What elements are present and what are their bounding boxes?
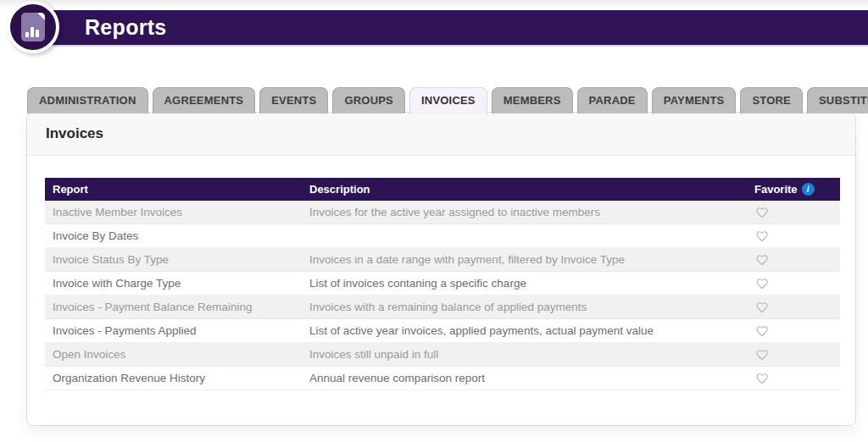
favorite-heart-icon[interactable] bbox=[754, 206, 770, 219]
report-name-cell[interactable]: Invoice with Charge Type bbox=[45, 277, 309, 290]
tab-members[interactable]: MEMBERS bbox=[492, 87, 573, 113]
table-row: Invoices - Payment Balance RemainingInvo… bbox=[45, 296, 840, 319]
report-description-cell: List of invoices contaning a specific ch… bbox=[309, 277, 745, 290]
info-icon[interactable]: i bbox=[802, 183, 815, 196]
favorite-heart-icon[interactable] bbox=[754, 372, 770, 385]
reports-badge bbox=[7, 1, 59, 53]
table-row: Invoice By Dates bbox=[45, 224, 840, 248]
tab-parade[interactable]: PARADE bbox=[577, 87, 648, 113]
report-name-cell[interactable]: Invoices - Payments Applied bbox=[45, 324, 309, 337]
report-document-icon bbox=[21, 13, 45, 41]
page-header: Reports bbox=[48, 10, 868, 45]
favorite-heart-icon[interactable] bbox=[754, 229, 770, 243]
favorite-heart-icon[interactable] bbox=[754, 277, 770, 290]
favorite-heart-icon[interactable] bbox=[754, 301, 770, 314]
column-header-description: Description bbox=[309, 183, 745, 196]
table-row: Organization Revenue HistoryAnnual reven… bbox=[45, 367, 840, 390]
page-title: Reports bbox=[85, 15, 167, 40]
tab-bar: ADMINISTRATIONAGREEMENTSEVENTSGROUPSINVO… bbox=[27, 87, 868, 113]
tab-store[interactable]: STORE bbox=[740, 87, 803, 113]
report-description-cell: Invoices in a date range with payment, f… bbox=[309, 253, 745, 266]
table-header-row: Report Description Favorite i bbox=[45, 178, 840, 201]
tab-events[interactable]: EVENTS bbox=[259, 87, 328, 113]
report-description-cell: List of active year invoices, applied pa… bbox=[309, 324, 745, 337]
favorite-header-label: Favorite bbox=[754, 183, 798, 196]
report-description-cell: Invoices for the active year assigned to… bbox=[309, 206, 745, 218]
favorite-heart-icon[interactable] bbox=[754, 348, 770, 362]
tab-administration[interactable]: ADMINISTRATION bbox=[27, 87, 148, 113]
column-header-report: Report bbox=[45, 183, 309, 196]
folded-corner bbox=[37, 13, 45, 20]
report-name-cell[interactable]: Invoice By Dates bbox=[45, 229, 309, 242]
reports-table: Report Description Favorite i Inactive M… bbox=[45, 178, 840, 390]
tab-substitutes[interactable]: SUBSTITUTES bbox=[807, 87, 868, 113]
report-description-cell: Invoices still unpaid in full bbox=[309, 348, 745, 361]
tab-groups[interactable]: GROUPS bbox=[332, 87, 405, 113]
report-name-cell[interactable]: Invoice Status By Type bbox=[45, 253, 309, 266]
column-header-favorite: Favorite i bbox=[745, 183, 840, 196]
report-name-cell[interactable]: Organization Revenue History bbox=[45, 372, 309, 384]
favorite-heart-icon[interactable] bbox=[754, 253, 770, 267]
bar-chart-glyph bbox=[25, 27, 39, 37]
report-name-cell[interactable]: Invoices - Payment Balance Remaining bbox=[45, 301, 309, 313]
table-row: Invoices - Payments AppliedList of activ… bbox=[45, 319, 840, 343]
table-row: Invoice with Charge TypeList of invoices… bbox=[45, 272, 840, 296]
panel-body: Report Description Favorite i Inactive M… bbox=[27, 156, 855, 390]
report-description-cell: Annual revenue comparison report bbox=[309, 372, 745, 384]
invoices-panel: Invoices Report Description Favorite i I… bbox=[26, 112, 856, 426]
panel-title: Invoices bbox=[46, 125, 103, 142]
table-row: Open InvoicesInvoices still unpaid in fu… bbox=[45, 343, 840, 367]
report-name-cell[interactable]: Open Invoices bbox=[45, 348, 309, 361]
favorite-heart-icon[interactable] bbox=[754, 324, 770, 338]
panel-header: Invoices bbox=[27, 113, 855, 156]
tab-payments[interactable]: PAYMENTS bbox=[652, 87, 737, 113]
report-name-cell[interactable]: Inactive Member Invoices bbox=[45, 206, 309, 218]
report-description-cell: Invoices with a remaining balance of app… bbox=[309, 301, 745, 313]
tab-agreements[interactable]: AGREEMENTS bbox=[153, 87, 256, 113]
tab-invoices[interactable]: INVOICES bbox=[409, 87, 487, 114]
table-row: Invoice Status By TypeInvoices in a date… bbox=[45, 248, 840, 272]
table-row: Inactive Member InvoicesInvoices for the… bbox=[45, 201, 840, 224]
report-table-body: Inactive Member InvoicesInvoices for the… bbox=[45, 201, 840, 390]
